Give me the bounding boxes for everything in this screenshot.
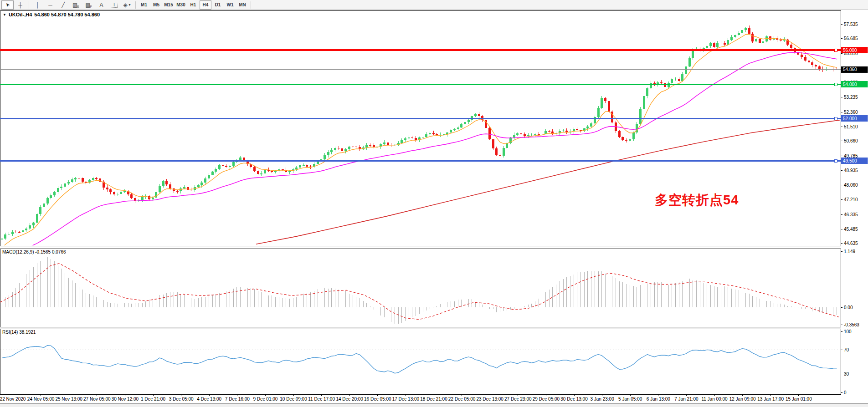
candle	[397, 141, 400, 146]
price-axis[interactable]: 57.53556.68555.81054.93554.08553.23552.3…	[841, 22, 868, 246]
timeframe-m30-button[interactable]: M30	[175, 0, 187, 10]
chevron-down-icon: ▾	[129, 3, 131, 7]
candle	[548, 130, 550, 132]
candle	[43, 202, 45, 208]
candle	[117, 193, 119, 196]
candle	[762, 39, 764, 44]
svg-text:5 Jan 05:00: 5 Jan 05:00	[618, 397, 642, 402]
candle	[359, 145, 361, 151]
candle	[685, 66, 687, 75]
candle	[187, 185, 189, 191]
candle	[499, 153, 501, 156]
candle	[460, 123, 462, 128]
candle	[365, 143, 368, 150]
candle	[60, 184, 62, 190]
candle	[123, 189, 126, 193]
collapse-triangle-icon[interactable]: ▼	[3, 13, 6, 17]
candle	[67, 180, 70, 186]
toolbar-divider	[251, 1, 251, 9]
candle	[429, 132, 431, 136]
candle	[565, 128, 568, 134]
main-price-panel[interactable]	[1, 25, 841, 255]
candle	[88, 179, 91, 183]
timeframe-h1-button[interactable]: H1	[187, 0, 199, 10]
chart-annotation-text[interactable]: 多空转折点54	[655, 191, 739, 209]
svg-text:46.335: 46.335	[844, 212, 858, 217]
candle	[457, 126, 459, 130]
timeframe-m15-button[interactable]: M15	[163, 0, 175, 10]
candle	[573, 127, 575, 134]
trendline-tool-button[interactable]: ╱	[57, 0, 69, 10]
svg-text:48.060: 48.060	[844, 183, 858, 188]
macd-panel[interactable]: 1.1490.00-0.3563	[0, 249, 859, 327]
candle	[324, 153, 326, 161]
svg-text:9 Dec 01:00: 9 Dec 01:00	[253, 397, 277, 402]
timeframe-mn-button[interactable]: MN	[236, 0, 248, 10]
crosshair-tool-button[interactable]: ┼	[14, 0, 26, 10]
candle	[218, 164, 221, 170]
svg-text:48.935: 48.935	[844, 168, 858, 173]
candle	[720, 41, 722, 45]
svg-text:53.235: 53.235	[844, 95, 858, 100]
candle	[211, 171, 214, 175]
candle	[338, 146, 340, 150]
candle	[597, 106, 600, 119]
candle	[64, 183, 66, 188]
candle	[478, 112, 480, 118]
fibonacci-tool-button[interactable]: ▤F	[82, 0, 95, 10]
candle	[439, 132, 442, 137]
symbol-quotes: 54.860 54.870 54.780 54.860	[34, 12, 100, 17]
svg-text:54.000: 54.000	[843, 82, 857, 87]
candle	[745, 27, 747, 32]
equidistant-channel-tool-button[interactable]: ▨E	[70, 0, 82, 10]
candle	[488, 127, 491, 140]
candle	[621, 137, 624, 141]
svg-text:1.149: 1.149	[844, 249, 855, 254]
svg-text:24 Nov 05:00: 24 Nov 05:00	[27, 397, 55, 402]
text-label-tool-button[interactable]: T	[108, 0, 120, 10]
svg-text:22 Nov 2020: 22 Nov 2020	[0, 397, 26, 402]
candle	[387, 140, 389, 145]
candle	[604, 97, 606, 103]
line-handle[interactable]	[834, 117, 837, 120]
svg-text:0: 0	[844, 390, 847, 395]
candle	[755, 38, 757, 42]
candle	[804, 55, 806, 61]
shapes-tool-button[interactable]: ◈▾	[121, 0, 133, 10]
candle	[369, 143, 371, 147]
time-axis[interactable]: 22 Nov 202024 Nov 05:0025 Nov 13:0027 No…	[0, 394, 812, 402]
svg-text:15 Jan 01:00: 15 Jan 01:00	[786, 397, 812, 402]
candle	[530, 133, 533, 136]
svg-text:3 Jan 23:00: 3 Jan 23:00	[590, 397, 614, 402]
cursor-tool-button[interactable]: ➤	[1, 0, 14, 10]
fibonacci-icon-sub: F	[90, 5, 92, 8]
svg-text:30: 30	[844, 371, 849, 376]
timeframe-h4-button[interactable]: H4	[200, 0, 211, 10]
line-handle[interactable]	[834, 159, 837, 162]
candle	[534, 133, 536, 137]
line-handle[interactable]	[834, 49, 837, 51]
timeframe-m5-button[interactable]: M5	[150, 0, 162, 10]
svg-text:18 Dec 21:00: 18 Dec 21:00	[420, 397, 447, 402]
candle	[629, 138, 631, 142]
ma-mid-line	[2, 52, 837, 255]
svg-text:14 Dec 20:00: 14 Dec 20:00	[336, 397, 363, 402]
candle	[678, 77, 680, 82]
svg-text:6 Jan 13:00: 6 Jan 13:00	[647, 397, 671, 402]
timeframe-w1-button[interactable]: W1	[224, 0, 236, 10]
candle	[106, 185, 108, 191]
candle	[78, 177, 80, 180]
candle	[120, 191, 122, 195]
horizontal-lines[interactable]	[0, 49, 841, 162]
vertical-line-tool-button[interactable]: │	[31, 0, 44, 10]
timeframe-m1-button[interactable]: M1	[138, 0, 150, 10]
candle	[341, 148, 343, 152]
candle	[4, 233, 6, 240]
horizontal-line-tool-button[interactable]: ─	[44, 0, 56, 10]
candle	[671, 78, 673, 84]
text-tool-button[interactable]: A	[95, 0, 108, 10]
rsi-panel[interactable]: 10070300	[0, 329, 852, 395]
candle	[730, 35, 733, 41]
line-handle[interactable]	[834, 83, 837, 86]
timeframe-d1-button[interactable]: D1	[212, 0, 224, 10]
